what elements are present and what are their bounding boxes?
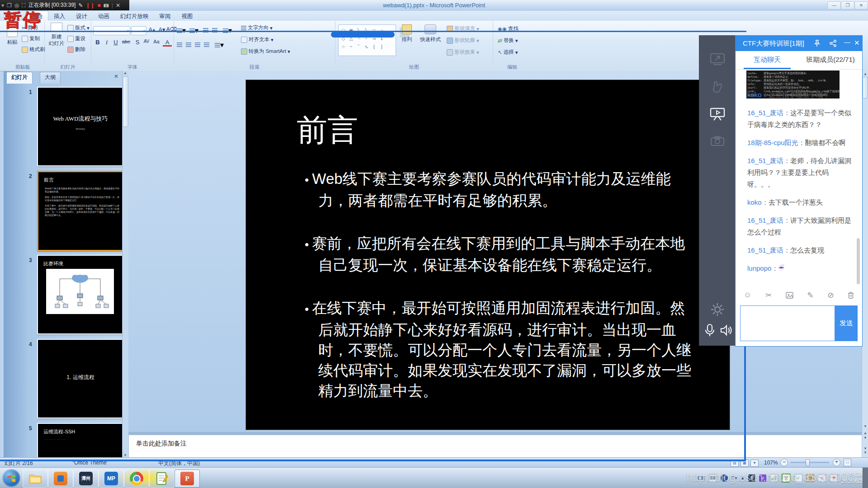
screen-share-icon[interactable] — [710, 52, 725, 66]
taskbar-mp-button[interactable]: MP — [99, 469, 124, 488]
decrease-indent-button[interactable] — [203, 26, 208, 34]
arrange-button[interactable]: 排列 — [398, 24, 416, 43]
next-slide-button[interactable]: ▼▼ — [862, 446, 868, 455]
slideshow-view-icon[interactable]: ▼ — [750, 460, 759, 467]
scroll-down-icon[interactable]: ▼ — [862, 424, 868, 428]
taskbar-app2-button[interactable] — [48, 469, 73, 488]
sync-check-icon[interactable]: ✓ — [794, 474, 802, 482]
action-center-flag-icon[interactable]: ⚑ — [830, 474, 838, 482]
smartart-button[interactable]: 转换为 SmartArt ▾ — [241, 48, 290, 55]
camera-icon[interactable] — [710, 136, 725, 146]
recorder-close-icon[interactable]: ✕ — [116, 2, 120, 9]
chat-scrollbar-thumb[interactable] — [857, 238, 860, 284]
screenshot-scissors-icon[interactable]: ✂ — [765, 291, 772, 300]
panel-scroll-thumb[interactable] — [123, 76, 128, 127]
zoom-out-button[interactable]: − — [780, 459, 788, 466]
pin-icon[interactable] — [813, 40, 821, 47]
scroll-up-icon[interactable]: ▲ — [862, 72, 868, 76]
snapshot-camera-icon[interactable]: 📷︎ — [104, 2, 109, 9]
show-desktop-button[interactable] — [863, 468, 868, 488]
tab-view[interactable]: 视图 — [176, 11, 198, 22]
slide-thumbnail-1[interactable]: Web AWD流程与技巧 keriowy — [37, 87, 124, 166]
clipboard-tray-icon[interactable]: ▤ — [806, 474, 814, 482]
chat-close-icon[interactable]: ✕ — [854, 39, 860, 47]
microphone-icon[interactable] — [704, 324, 716, 337]
align-center-button[interactable] — [186, 41, 191, 49]
shape-outline-button[interactable]: 形状轮廓 ▾ — [447, 37, 479, 44]
font-color-button[interactable]: A — [163, 39, 172, 47]
emoji-icon[interactable]: ☺ — [744, 291, 751, 300]
shape-effects-button[interactable]: 形状效果 ▾ — [447, 49, 479, 56]
language-band[interactable]: CH — [698, 475, 705, 482]
image-icon[interactable] — [786, 292, 793, 299]
shadow-button[interactable]: S — [133, 39, 142, 46]
slide-thumbnail-4[interactable]: 1. 运维流程 — [37, 339, 124, 418]
shapes-gallery[interactable]: ▢▣╲╲□○ ◇△└┘⇒⇓ ☆~⌒∿{} — [338, 24, 396, 56]
panel-tab-slides[interactable]: 幻灯片 — [6, 72, 33, 84]
select-button[interactable]: ↖选择 ▾ — [498, 49, 518, 56]
stop-icon[interactable]: ■ — [98, 2, 101, 9]
trash-icon[interactable] — [848, 291, 854, 299]
close-button[interactable]: ✕ — [854, 1, 868, 9]
tab-interactive-chat[interactable]: 互动聊天 — [736, 51, 799, 69]
copy-button[interactable]: 复制 — [22, 35, 40, 42]
tray-tanzhou-icon[interactable]: 潭 — [748, 474, 755, 482]
tab-design[interactable]: 设计 — [71, 11, 93, 22]
align-right-button[interactable] — [195, 41, 200, 49]
justify-button[interactable] — [204, 41, 209, 49]
fit-to-window-button[interactable]: ⛶ — [844, 459, 851, 466]
slide-thumbnail-3[interactable]: 比赛环境 — [37, 255, 124, 334]
pause-icon[interactable]: ❙❙ — [85, 2, 94, 9]
new-slide-button[interactable]: 新建 幻灯片 — [47, 23, 66, 47]
block-icon[interactable]: ⊘ — [827, 291, 834, 300]
align-left-button[interactable] — [177, 41, 182, 49]
settings-gear-icon[interactable] — [711, 303, 724, 316]
tab-insert[interactable]: 插入 — [48, 11, 71, 22]
columns-button[interactable]: ▾ — [215, 41, 224, 49]
layout-button[interactable]: 版式 ▾ — [67, 24, 90, 31]
char-spacing-button[interactable]: AV — [142, 39, 151, 44]
scroll-thumb[interactable] — [863, 77, 868, 99]
tab-review[interactable]: 审阅 — [154, 11, 176, 22]
panel-scrollbar[interactable]: ▲ ▼ — [122, 71, 129, 457]
taskbar-explorer-button[interactable] — [23, 469, 48, 488]
underline-button[interactable]: U — [111, 39, 120, 46]
taskbar-chrome-button[interactable] — [124, 469, 149, 488]
bold-button[interactable]: B — [93, 39, 102, 46]
taskbar-editor-button[interactable] — [149, 469, 175, 488]
raise-hand-icon[interactable] — [711, 80, 724, 93]
network-signal-icon[interactable] — [770, 474, 778, 482]
increase-indent-button[interactable] — [212, 26, 217, 34]
slide-canvas[interactable]: 前言 Web线下赛主要考察参赛队员的代码审计能力及运维能力，两者都需在平时有足够… — [245, 80, 730, 430]
speaker-icon[interactable] — [720, 324, 733, 336]
tray-clock[interactable]: 19:38 2018/6/2 — [841, 471, 863, 485]
taskbar-powerpoint-button[interactable]: P — [175, 469, 200, 488]
tray-purple-icon[interactable]: V — [759, 474, 766, 482]
help-icon[interactable]: ? — [721, 474, 728, 482]
chat-header[interactable]: CTF大赛特训班[1期] — ✕ — [736, 36, 862, 51]
edit-pencil-icon[interactable]: ✎ — [807, 291, 813, 300]
show-hidden-icons[interactable]: ▲ — [741, 476, 745, 480]
whiteboard-presentation-icon[interactable] — [709, 107, 726, 122]
previous-slide-button[interactable]: ▲▲ — [862, 431, 868, 439]
restore-button[interactable]: ❐ — [841, 1, 854, 9]
chat-message-input[interactable] — [740, 305, 835, 341]
minimize-button[interactable]: — — [827, 1, 841, 9]
keyboard-icon[interactable]: ⌨ — [709, 474, 717, 482]
taskbar-tanzhou-button[interactable]: 潭州 — [73, 469, 99, 488]
replace-button[interactable]: ⇄替换 ▾ — [498, 37, 518, 44]
delete-button[interactable]: 删除 — [67, 46, 85, 53]
change-case-button[interactable]: Aa — [152, 39, 161, 44]
recorder-region-handle[interactable] — [331, 32, 395, 38]
green-app-icon[interactable]: 安 — [782, 474, 791, 483]
start-button[interactable] — [2, 469, 20, 487]
chat-message-list[interactable]: koko：这些指令哪里下哦？ 16_51_废话：这不是要写一个类似于病毒库之类的… — [747, 89, 855, 281]
panel-tab-outline[interactable]: 大纲 — [40, 72, 61, 84]
italic-button[interactable]: I — [102, 39, 111, 46]
text-direction-button[interactable]: 文字方向 ▾ — [241, 24, 273, 31]
tab-class-members[interactable]: 班期成员(22/71) — [799, 51, 862, 69]
strikethrough-button[interactable]: abe — [120, 39, 132, 44]
main-vertical-scrollbar[interactable]: ▲ ▼ ▲▲ ▼▼ — [862, 71, 868, 457]
tab-animation[interactable]: 动画 — [93, 11, 115, 22]
pencil-icon[interactable]: ✎ — [78, 2, 83, 9]
